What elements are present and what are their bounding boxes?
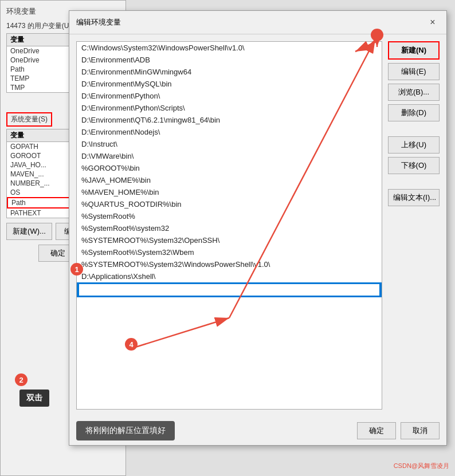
dialog-titlebar: 编辑环境变量 ×	[69, 11, 446, 34]
dialog-cancel-button[interactable]: 取消	[401, 422, 440, 439]
new-path-input[interactable]	[79, 284, 379, 296]
buttons-panel: 新建(N) 编辑(E) 浏览(B)... 删除(D) 上移(U) 下移(O) 编…	[388, 41, 440, 410]
dialog-body: C:\Windows\System32\WindowsPowerShell\v1…	[69, 34, 446, 416]
path-item[interactable]: D:\Environment\MinGW\mingw64	[77, 66, 382, 78]
move-up-button[interactable]: 上移(U)	[388, 136, 440, 154]
path-item[interactable]: %SYSTEMROOT%\System32\OpenSSH\	[77, 234, 382, 246]
path-item[interactable]: D:\Environment\ADB	[77, 54, 382, 66]
dialog-footer: 将刚刚的解压位置填好 确定 取消	[69, 416, 446, 445]
new-button[interactable]: 新建(N)	[388, 41, 440, 60]
path-item[interactable]: %SystemRoot%\System32\Wbem	[77, 246, 382, 258]
system-vars-label[interactable]: 系统变量(S)	[6, 112, 52, 127]
path-item[interactable]: D:\Environment\Python\Scripts\	[77, 102, 382, 114]
edit-button[interactable]: 编辑(E)	[388, 63, 440, 80]
path-item[interactable]: D:\VMWare\bin\	[77, 150, 382, 162]
path-item[interactable]: D:\Environment\Python\	[77, 90, 382, 102]
path-item[interactable]: D:\Environment\QT\6.2.1\mingw81_64\bin	[77, 114, 382, 126]
badge-3: 3	[371, 29, 383, 41]
dialog-title: 编辑环境变量	[76, 17, 121, 27]
path-list-container: C:\Windows\System32\WindowsPowerShell\v1…	[76, 41, 382, 410]
dialog-ok-button[interactable]: 确定	[357, 422, 396, 439]
dblclick-tooltip: 双击	[19, 390, 49, 407]
path-item[interactable]: D:\Environment\Nodejs\	[77, 126, 382, 138]
badge-1: 1	[70, 263, 83, 276]
browse-button[interactable]: 浏览(B)...	[388, 84, 440, 101]
path-item[interactable]: %SYSTEMROOT%\System32\WindowsPowerShell\…	[77, 258, 382, 270]
path-item[interactable]: %JAVA_HOME%\bin	[77, 174, 382, 186]
badge-2: 2	[15, 373, 28, 386]
path-item[interactable]: %SystemRoot%	[77, 210, 382, 222]
delete-button[interactable]: 删除(D)	[388, 104, 440, 121]
path-item[interactable]: C:\Windows\System32\WindowsPowerShell\v1…	[77, 42, 382, 54]
path-item[interactable]: D:\Environment\MySQL\bin	[77, 78, 382, 90]
path-item[interactable]: D:\Applications\Xshell\	[77, 270, 382, 282]
path-item[interactable]: D:\Instruct\	[77, 138, 382, 150]
edit-env-dialog: 编辑环境变量 × C:\Windows\System32\WindowsPowe…	[69, 10, 447, 446]
new-path-entry[interactable]	[77, 282, 382, 297]
path-listbox[interactable]: C:\Windows\System32\WindowsPowerShell\v1…	[76, 41, 382, 410]
badge-4: 4	[125, 338, 138, 351]
edit-text-button[interactable]: 编辑文本(I)...	[388, 189, 440, 206]
bg-new-button[interactable]: 新建(W)...	[6, 223, 52, 240]
dialog-close-button[interactable]: ×	[426, 15, 440, 29]
path-item[interactable]: %MAVEN_HOME%\bin	[77, 186, 382, 198]
path-item[interactable]: %GOROOT%\bin	[77, 162, 382, 174]
watermark: CSDN@风舞雪凌月	[394, 462, 449, 470]
path-item[interactable]: %QUARTUS_ROOTDIR%\bin	[77, 198, 382, 210]
tooltip-box: 将刚刚的解压位置填好	[76, 421, 175, 440]
path-item[interactable]: %SystemRoot%\system32	[77, 222, 382, 234]
move-down-button[interactable]: 下移(O)	[388, 157, 440, 174]
